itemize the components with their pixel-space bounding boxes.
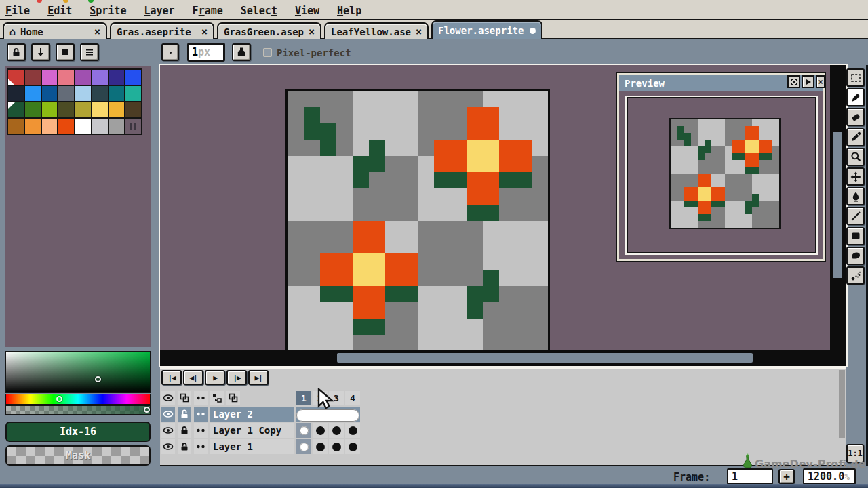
add-frame-button[interactable]: + [778, 469, 795, 484]
sprite-pixel[interactable] [304, 319, 320, 335]
sprite-pixel[interactable] [532, 319, 548, 335]
sprite-pixel[interactable] [353, 319, 369, 335]
sprite-pixel[interactable] [499, 205, 515, 221]
sprite-pixel[interactable] [304, 172, 320, 188]
sprite-pixel[interactable] [369, 140, 385, 156]
sprite-pixel[interactable] [499, 253, 515, 270]
sprite-pixel[interactable] [320, 319, 336, 335]
sprite-pixel[interactable] [483, 221, 499, 237]
cel-full[interactable] [329, 439, 344, 454]
sprite-pixel[interactable] [353, 286, 369, 302]
sprite-pixel[interactable] [499, 237, 515, 253]
sprite-pixel[interactable] [288, 140, 304, 156]
sprite-pixel[interactable] [353, 107, 369, 123]
cel-full[interactable] [313, 439, 328, 454]
sprite-pixel[interactable] [401, 140, 418, 156]
linked-cel-range[interactable] [296, 409, 359, 422]
sprite-pixel[interactable] [385, 107, 401, 123]
sprite-pixel[interactable] [467, 172, 483, 188]
play-button[interactable]: ▶ [205, 370, 225, 385]
sprite-pixel[interactable] [418, 140, 434, 156]
sprite-pixel[interactable] [434, 270, 450, 286]
palette-swatch[interactable] [125, 102, 141, 117]
sprite-pixel[interactable] [499, 221, 515, 237]
sprite-pixel[interactable] [288, 107, 304, 123]
sprite-pixel[interactable] [385, 221, 401, 237]
sprite-pixel[interactable] [369, 107, 385, 123]
sprite-pixel[interactable] [450, 140, 467, 156]
cel-empty[interactable] [296, 439, 311, 454]
tab-flower-aseprite[interactable]: Flower.aseprite [431, 20, 542, 39]
sprite-pixel[interactable] [385, 253, 401, 270]
sprite-pixel[interactable] [499, 156, 515, 172]
sprite-pixel[interactable] [499, 188, 515, 205]
sprite-pixel[interactable] [385, 156, 401, 172]
sprite-pixel[interactable] [467, 107, 483, 123]
sprite-pixel[interactable] [434, 237, 450, 253]
horizontal-scrollbar[interactable] [160, 350, 846, 366]
sprite-pixel[interactable] [499, 172, 515, 188]
sprite-pixel[interactable] [369, 188, 385, 205]
palette-swatch[interactable] [58, 119, 74, 134]
sprite-pixel[interactable] [288, 270, 304, 286]
sprite-pixel[interactable] [418, 237, 434, 253]
sprite-pixel[interactable] [467, 221, 483, 237]
sprite-pixel[interactable] [353, 156, 369, 172]
palette-swatch[interactable] [125, 70, 141, 85]
palette-swatch[interactable] [42, 119, 58, 134]
layer-continuous-toggle[interactable] [194, 423, 208, 438]
palette-swatch[interactable] [25, 70, 41, 85]
sprite-pixel[interactable] [304, 253, 320, 270]
sprite-pixel[interactable] [304, 335, 320, 351]
layer-lock-toggle[interactable] [178, 407, 191, 422]
menu-item-select[interactable]: Select [241, 5, 277, 17]
palette-swatch[interactable] [75, 119, 91, 134]
sprite-pixel[interactable] [320, 302, 336, 319]
alpha-marker[interactable] [144, 407, 150, 413]
palette-swatch[interactable] [109, 70, 125, 85]
sprite-pixel[interactable] [483, 237, 499, 253]
sprite-pixel[interactable] [532, 286, 548, 302]
palette-swatch[interactable] [109, 119, 125, 134]
sprite-pixel[interactable] [467, 319, 483, 335]
eyedropper-tool[interactable] [846, 128, 865, 146]
tab-close-icon[interactable]: × [94, 26, 100, 38]
sprite-pixel[interactable] [353, 188, 369, 205]
palette-swatch[interactable] [25, 86, 41, 101]
sprite-pixel[interactable] [369, 270, 385, 286]
layer-visibility-toggle[interactable] [161, 423, 175, 438]
sprite-pixel[interactable] [532, 302, 548, 319]
sprite-pixel[interactable] [515, 286, 532, 302]
palette-sort-button[interactable] [31, 43, 50, 61]
sprite-pixel[interactable] [434, 253, 450, 270]
sprite-pixel[interactable] [515, 319, 532, 335]
sprite-pixel[interactable] [532, 335, 548, 351]
palette-presets-button[interactable] [56, 43, 75, 61]
alpha-slider[interactable] [5, 405, 151, 415]
sprite-pixel[interactable] [353, 221, 369, 237]
sprite-pixel[interactable] [336, 319, 353, 335]
sprite-pixel[interactable] [353, 205, 369, 221]
palette-swatch[interactable] [8, 102, 24, 117]
paint-bucket-tool[interactable] [846, 187, 865, 205]
sprite-pixel[interactable] [418, 319, 434, 335]
palette-swatch[interactable] [58, 70, 74, 85]
sprite-pixel[interactable] [385, 302, 401, 319]
sprite-pixel[interactable] [467, 253, 483, 270]
brush-size-input[interactable]: 1px [187, 43, 225, 62]
sprite-pixel[interactable] [401, 205, 418, 221]
sprite-pixel[interactable] [434, 286, 450, 302]
sprite-pixel[interactable] [450, 91, 467, 107]
timeline-scrollbar[interactable] [839, 370, 845, 438]
sprite-pixel[interactable] [483, 302, 499, 319]
window-minimize-dot[interactable] [63, 0, 68, 3]
sprite-pixel[interactable] [288, 172, 304, 188]
sprite-pixel[interactable] [336, 188, 353, 205]
sprite-pixel[interactable] [499, 319, 515, 335]
sprite-pixel[interactable] [418, 107, 434, 123]
sprite-pixel[interactable] [320, 335, 336, 351]
sprite-pixel[interactable] [532, 237, 548, 253]
sprite-pixel[interactable] [401, 172, 418, 188]
palette-swatch[interactable] [25, 119, 41, 134]
sprite-pixel[interactable] [434, 140, 450, 156]
